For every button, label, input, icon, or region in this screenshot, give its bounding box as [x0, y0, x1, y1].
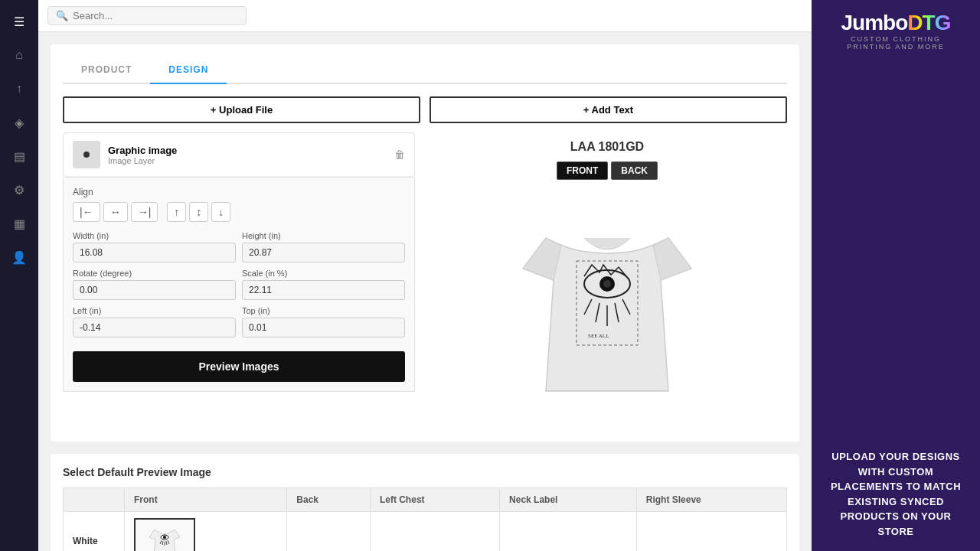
chart-icon[interactable]: ▦: [5, 210, 33, 237]
search-container: 🔍: [47, 6, 247, 25]
layer-item: Graphic image Image Layer 🗑: [64, 133, 414, 177]
tab-product[interactable]: PRODUCT: [63, 57, 150, 84]
table-row: White: [64, 512, 787, 552]
svg-point-6: [603, 280, 611, 288]
col-left-chest: Left Chest: [370, 488, 499, 512]
delete-layer-button[interactable]: 🗑: [394, 148, 405, 161]
height-field[interactable]: [242, 243, 405, 262]
promo-text: Upload your designs with custom placemen…: [824, 449, 968, 539]
product-id: LAA 1801GD: [570, 140, 644, 154]
search-icon: 🔍: [56, 10, 68, 21]
layer-name: Graphic image: [108, 145, 387, 156]
align-label: Align: [73, 187, 405, 197]
svg-text:SEE ALL: SEE ALL: [588, 333, 609, 339]
front-view-button[interactable]: FRONT: [557, 161, 608, 180]
back-preview-cell: [287, 512, 371, 552]
preview-images-button[interactable]: Preview Images: [73, 351, 405, 382]
align-top-button[interactable]: ↑: [167, 202, 186, 222]
tabs: PRODUCT DESIGN: [63, 57, 787, 84]
layer-thumbnail: [73, 141, 100, 168]
left-sidebar: ☰ ⌂ ↑ ◈ ▤ ⚙ ▦ 👤: [0, 0, 38, 551]
scale-label: Scale (in %): [242, 269, 405, 278]
list-icon[interactable]: ▤: [5, 142, 33, 170]
layer-info: Graphic image Image Layer: [108, 145, 387, 165]
rotate-label: Rotate (degree): [73, 269, 236, 278]
upload-file-button[interactable]: + Upload File: [63, 96, 420, 123]
width-label: Width (in): [73, 231, 236, 240]
align-center-h-button[interactable]: ↔: [103, 202, 128, 222]
top-field[interactable]: [242, 318, 405, 337]
layer-type: Image Layer: [108, 156, 387, 165]
align-buttons: |← ↔ →| ↑ ↕ ↓: [73, 202, 405, 222]
tab-design[interactable]: DESIGN: [150, 57, 227, 84]
left-label: Left (in): [73, 306, 236, 315]
menu-icon[interactable]: ☰: [5, 8, 33, 35]
align-left-button[interactable]: |←: [73, 202, 100, 222]
align-horizontal-group: |← ↔ →|: [73, 202, 158, 222]
properties-container: Align |← ↔ →| ↑ ↕ ↓: [63, 178, 415, 392]
settings-icon[interactable]: ⚙: [5, 176, 33, 204]
content-scroll: PRODUCT DESIGN + Upload File + Add Text: [38, 32, 812, 551]
editor-card: PRODUCT DESIGN + Upload File + Add Text: [51, 44, 799, 442]
bottom-section: Select Default Preview Image Front Back …: [51, 454, 799, 551]
main-content: 🔍 PRODUCT DESIGN + Upload File + Add Tex…: [38, 0, 812, 551]
upload-row: + Upload File + Add Text: [63, 96, 787, 123]
align-bottom-button[interactable]: ↓: [211, 202, 230, 222]
rotate-field-group: Rotate (degree): [73, 269, 236, 300]
align-right-button[interactable]: →|: [131, 202, 158, 222]
scale-field[interactable]: [242, 280, 405, 300]
left-field[interactable]: [73, 318, 236, 337]
right-sleeve-preview-cell: [636, 512, 786, 552]
tshirt-preview: SEE ALL: [492, 192, 722, 422]
front-preview-thumb[interactable]: [134, 518, 195, 551]
height-field-group: Height (in): [242, 231, 405, 262]
home-icon[interactable]: ⌂: [5, 41, 33, 69]
col-right-sleeve: Right Sleeve: [636, 488, 786, 512]
promo-logo: JumboDTG Custom Clothing Printing and Mo…: [827, 12, 965, 51]
design-panel: Graphic image Image Layer 🗑 Align |←: [63, 132, 415, 429]
promo-logo-text: JumboDTG: [827, 12, 965, 34]
top-bar: 🔍: [38, 0, 812, 32]
col-neck-label: Neck Label: [500, 488, 637, 512]
jumbo-text: Jumbo: [841, 11, 908, 34]
tag-icon[interactable]: ◈: [5, 109, 33, 136]
people-icon[interactable]: 👤: [5, 243, 33, 271]
left-chest-preview-cell: [370, 512, 499, 552]
scale-field-group: Scale (in %): [242, 269, 405, 300]
search-input[interactable]: [73, 10, 238, 21]
upload-icon[interactable]: ↑: [5, 75, 33, 103]
svg-point-14: [163, 536, 166, 539]
top-field-group: Top (in): [242, 306, 405, 337]
promo-subtitle: Custom Clothing Printing and More: [827, 35, 965, 51]
promo-panel: JumboDTG Custom Clothing Printing and Mo…: [812, 0, 980, 551]
width-field-group: Width (in): [73, 231, 236, 262]
view-buttons: FRONT BACK: [557, 161, 658, 180]
rotate-field[interactable]: [73, 280, 236, 300]
preview-area: LAA 1801GD FRONT BACK: [427, 132, 787, 429]
front-preview-cell[interactable]: [125, 512, 287, 552]
align-vertical-group: ↑ ↕ ↓: [167, 202, 230, 222]
align-middle-v-button[interactable]: ↕: [189, 202, 208, 222]
table-header-row: Front Back Left Chest Neck Label Right S…: [64, 488, 787, 512]
dtg-text: DTG: [907, 11, 950, 34]
top-label: Top (in): [242, 306, 405, 315]
align-section: Align |← ↔ →| ↑ ↕ ↓: [73, 187, 405, 222]
add-text-button[interactable]: + Add Text: [430, 96, 787, 123]
col-back: Back: [287, 488, 371, 512]
left-field-group: Left (in): [73, 306, 236, 337]
color-label: White: [64, 512, 125, 552]
svg-point-2: [83, 152, 90, 158]
width-field[interactable]: [73, 243, 236, 262]
layer-panel: Graphic image Image Layer 🗑: [63, 132, 415, 178]
editor-layout: Graphic image Image Layer 🗑 Align |←: [63, 132, 787, 429]
section-title: Select Default Preview Image: [63, 466, 787, 478]
col-front: Front: [125, 488, 287, 512]
neck-label-preview-cell: [500, 512, 637, 552]
back-view-button[interactable]: BACK: [611, 161, 658, 180]
preview-table: Front Back Left Chest Neck Label Right S…: [63, 487, 787, 551]
height-label: Height (in): [242, 231, 405, 240]
col-empty: [64, 488, 125, 512]
fields-grid: Width (in) Height (in) Rotate (degree): [73, 231, 405, 337]
